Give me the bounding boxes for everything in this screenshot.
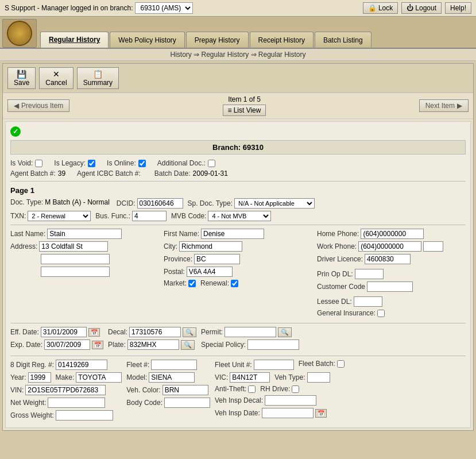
market-checkbox[interactable] [188,280,196,287]
rh-drive-checkbox[interactable] [292,385,299,393]
make-input[interactable] [76,372,122,383]
status-row: ✓ [10,126,466,137]
tab-prepay-history[interactable]: Prepay History [186,32,249,48]
veh-insp-date-cal-button[interactable]: 📅 [315,409,327,418]
decal-search-button[interactable]: 🔍 [183,327,196,337]
customer-code-input[interactable] [367,281,413,292]
page1-section: Page 1 Doc. Type: M Batch (A) - Normal D… [10,186,466,423]
is-legacy-field: Is Legacy: [54,159,95,167]
list-view-button[interactable]: ≡ List View [223,105,266,116]
summary-button[interactable]: 📋 Summary [77,67,119,89]
gross-weight-field: Gross Weight: [10,410,113,421]
tab-receipt-history[interactable]: Receipt History [250,32,314,48]
renewal-checkbox[interactable] [231,280,238,287]
dcid-input[interactable] [137,198,183,209]
permit-search-button[interactable]: 🔍 [278,327,292,337]
city-field: City: [164,241,242,252]
batch-date-label: Batch Date: [154,169,191,178]
province-input[interactable] [194,254,240,264]
address-label: Address: [10,242,37,250]
logout-icon: ⏻ [407,4,413,12]
home-phone-input[interactable] [361,229,424,239]
txn-select[interactable]: 2 - Renewal [28,211,91,221]
fleet-batch-checkbox[interactable] [337,360,345,368]
is-legacy-checkbox[interactable] [88,160,95,167]
model-input[interactable] [149,372,195,383]
plate-input[interactable] [127,340,179,350]
dates-section: Eff. Date: 📅 Exp. Date: 📅 [10,327,466,352]
fleet-unit-input[interactable] [254,360,294,370]
bus-func-input[interactable] [132,211,167,221]
special-policy-input[interactable] [247,340,299,350]
eff-date-input[interactable] [41,327,87,337]
tab-regular-history[interactable]: Regular History [40,32,109,48]
last-name-input[interactable] [47,229,122,239]
veh-insp-decal-input[interactable] [265,395,316,406]
first-name-input[interactable] [201,229,264,239]
is-online-checkbox[interactable] [138,160,146,167]
exp-date-field: Exp. Date: 📅 [10,340,103,350]
cancel-button[interactable]: ✕ Cancel [39,67,73,89]
save-button[interactable]: 💾 Save [7,67,36,89]
help-button[interactable]: Help! [445,2,471,14]
lock-button[interactable]: 🔒 Lock [363,2,398,14]
mvb-code-select[interactable]: 4 - Not MVB [208,211,271,221]
exp-date-input[interactable] [44,340,90,350]
address2-input[interactable] [41,254,110,264]
prin-op-dl-label: Prin Op DL: [317,270,353,278]
list-icon: ≡ [228,106,232,114]
tab-web-policy-history[interactable]: Web Policy History [110,32,184,48]
permit-label: Permit: [201,328,223,336]
divider-1 [10,181,466,182]
general-insurance-row: General Insurance: [317,309,466,317]
mvb-code-label: MVB Code: [171,212,206,220]
vic-input[interactable] [230,372,270,383]
vic-label: VIC: [215,373,228,381]
tab-batch-listing[interactable]: Batch Listing [315,32,371,48]
customer-code-label: Customer Code [317,283,365,291]
rh-drive-field: RH Drive: [260,385,299,393]
is-void-checkbox[interactable] [35,160,42,167]
eff-date-field: Eff. Date: 📅 [10,327,100,337]
postal-input[interactable] [187,267,233,277]
vin-input[interactable] [25,385,106,395]
address-input[interactable] [39,241,108,252]
last-name-field: Last Name: [10,229,122,239]
veh-type-input[interactable] [307,372,330,383]
prin-op-dl-input[interactable] [355,269,384,279]
exp-date-cal-button[interactable]: 📅 [92,341,103,349]
city-input[interactable] [179,241,242,252]
body-code-input[interactable] [164,398,210,408]
sp-doc-type-field: Sp. Doc. Type: N/A - Not Applicable [188,198,315,209]
fleet-num-input[interactable] [151,360,197,370]
lessee-dl-input[interactable] [354,296,382,307]
previous-item-button[interactable]: ◀ Previous Item [7,99,69,112]
general-insurance-checkbox[interactable] [377,310,385,317]
address3-input[interactable] [41,267,110,277]
work-phone-ext-input[interactable] [423,241,443,252]
status-check-icon: ✓ [10,126,21,137]
logout-button[interactable]: ⏻ Logout [401,2,442,14]
gross-weight-input[interactable] [56,410,113,421]
decal-input[interactable] [129,327,181,337]
sp-doc-type-select[interactable]: N/A - Not Applicable [234,198,315,209]
additional-doc-checkbox[interactable] [208,160,215,167]
driver-licence-input[interactable] [365,254,411,264]
doc-type-row: Doc. Type: M Batch (A) - Normal DCID: Sp… [10,198,466,209]
make-label: Make: [56,373,75,381]
anti-theft-checkbox[interactable] [248,385,256,393]
veh-color-field: Veh. Color: [126,385,208,395]
veh-insp-date-input[interactable] [262,408,314,418]
branch-select[interactable]: 69310 (AMS) [135,2,193,14]
work-phone-input[interactable] [358,241,421,252]
reg-num-input[interactable] [56,360,107,370]
year-input[interactable] [28,372,51,383]
app-title: S Support - Manager logged in on branch: [5,4,133,12]
veh-color-input[interactable] [162,385,208,395]
body-code-label: Body Code: [126,399,162,407]
net-weight-input[interactable] [48,398,105,408]
plate-search-button[interactable]: 🔍 [181,340,195,350]
permit-input[interactable] [225,327,276,337]
next-item-button[interactable]: Next Item ▶ [419,99,469,112]
eff-date-cal-button[interactable]: 📅 [88,328,100,337]
